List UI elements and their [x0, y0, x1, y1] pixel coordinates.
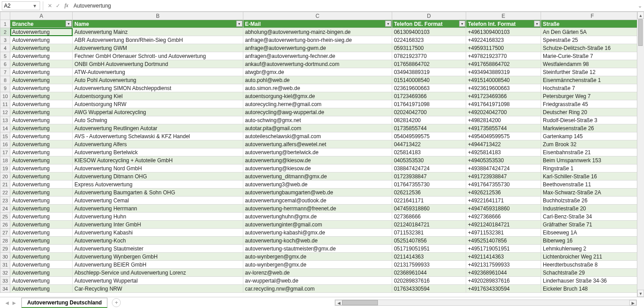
- hscroll-thumb[interactable]: [342, 300, 378, 305]
- cell[interactable]: anfrage@autoverwertung-bonn-rhein-sieg.d…: [243, 36, 392, 44]
- cell[interactable]: KIESOW Autorecycling + Autoteile GmbH: [73, 156, 243, 164]
- row-number[interactable]: 4: [0, 44, 10, 52]
- cell[interactable]: ankauf@autoverwertung-dortmund.com: [243, 60, 392, 68]
- cell[interactable]: Auto Schwing: [73, 116, 243, 124]
- cell[interactable]: Karl-Schiller-Straße 16: [541, 172, 644, 181]
- cell[interactable]: 0211414363: [392, 253, 466, 261]
- cell[interactable]: 0593117500: [392, 44, 466, 52]
- cell[interactable]: Autoverwertung: [10, 245, 73, 253]
- cell[interactable]: 027368666: [392, 213, 466, 221]
- cell[interactable]: +49711532381: [466, 229, 541, 237]
- cell[interactable]: Autoverwertung: [10, 28, 73, 36]
- cell[interactable]: Autoverwertung Baumgarten & Sohn OHG: [73, 189, 243, 197]
- row-number[interactable]: 22: [0, 189, 10, 197]
- cell[interactable]: autorecycling.herne@gmail.com: [243, 100, 392, 108]
- cell[interactable]: Gräfrather Straße 71: [541, 221, 644, 229]
- cell[interactable]: Autoverwertung Stautmeister: [73, 245, 243, 253]
- cell[interactable]: +4927368666: [466, 213, 541, 221]
- cell[interactable]: +4915140008540: [466, 76, 541, 84]
- cell[interactable]: Autoverwertung: [10, 164, 73, 172]
- cell[interactable]: Autoverwertung: [10, 229, 73, 237]
- cell[interactable]: Lehmkuhlenweg 2: [541, 245, 644, 253]
- cell[interactable]: An Den Gärten 5A: [541, 28, 644, 36]
- cell[interactable]: +491723938847: [466, 172, 541, 181]
- cell[interactable]: 0224168323: [392, 36, 466, 44]
- col-header-D[interactable]: D: [392, 12, 466, 20]
- cell[interactable]: Autoentsorgung NRW: [73, 100, 243, 108]
- cell[interactable]: Eickeler Bruch 148: [541, 285, 644, 293]
- cell[interactable]: AWG Wuppertal Autorecycling: [73, 108, 243, 116]
- cell[interactable]: +4926212536: [466, 189, 541, 197]
- cell[interactable]: Autoverwertung: [10, 60, 73, 68]
- cell[interactable]: +4920289837616: [466, 277, 541, 285]
- cell[interactable]: +4917641971098: [466, 100, 541, 108]
- cell[interactable]: +4982814200: [466, 116, 541, 124]
- cell[interactable]: Express Autoverwertung: [73, 181, 243, 189]
- row-number[interactable]: 3: [0, 36, 10, 44]
- cell[interactable]: +4925814183: [466, 148, 541, 156]
- cell[interactable]: Petersburger Weg 7: [541, 92, 644, 100]
- row-number[interactable]: 14: [0, 124, 10, 132]
- table-header-A[interactable]: Branche▼: [10, 20, 73, 28]
- cell[interactable]: Autoverwertung Ditmann OHG: [73, 172, 243, 181]
- cell[interactable]: Rudolf-Diesel-Straße 3: [541, 116, 644, 124]
- vscroll-thumb[interactable]: [638, 19, 643, 46]
- cell[interactable]: +4934943889319: [466, 68, 541, 76]
- cell[interactable]: Auto Pohl Autoverwertung: [73, 76, 243, 84]
- cell[interactable]: 017641971098: [392, 100, 466, 108]
- cell[interactable]: 017658864702: [392, 60, 466, 68]
- cell[interactable]: car.recycling.nrw@gmail.com: [243, 285, 392, 293]
- cell[interactable]: autoverwertung3@web.de: [243, 181, 392, 189]
- row-number[interactable]: 12: [0, 108, 10, 116]
- cell[interactable]: +491723469366: [466, 92, 541, 100]
- table-header-E[interactable]: Telefon Int. Format▼: [466, 20, 541, 28]
- cell[interactable]: autoverwertung-kabashi@gmx.de: [243, 229, 392, 237]
- cell[interactable]: Autoverwertung: [10, 221, 73, 229]
- row-number[interactable]: 9: [0, 84, 10, 92]
- cell[interactable]: Max-Schwarz-Straße 2A: [541, 189, 644, 197]
- cell[interactable]: 025814183: [392, 148, 466, 156]
- row-number[interactable]: 16: [0, 140, 10, 148]
- row-number[interactable]: 26: [0, 221, 10, 229]
- row-number[interactable]: 33: [0, 277, 10, 285]
- cell[interactable]: 038847424724: [392, 164, 466, 172]
- table-header-F[interactable]: Straße▼: [541, 20, 644, 28]
- row-number[interactable]: 27: [0, 229, 10, 237]
- cell[interactable]: +4917647355730: [466, 181, 541, 189]
- cell[interactable]: 017647355730: [392, 181, 466, 189]
- cell[interactable]: Autoverwertung-Koch: [73, 237, 243, 245]
- cell[interactable]: autoverwertung@bertelwick.de: [243, 148, 392, 156]
- select-all-corner[interactable]: [0, 12, 10, 20]
- cell[interactable]: +497821923770: [466, 52, 541, 60]
- cell[interactable]: Autoentsorgung Kiel: [73, 92, 243, 100]
- row-number[interactable]: 2: [0, 28, 10, 36]
- cell[interactable]: 05251407856: [392, 237, 466, 245]
- row-number[interactable]: 20: [0, 172, 10, 181]
- cell[interactable]: Autoverwertung: [10, 156, 73, 164]
- cell[interactable]: ABR Autoverwertung Bonn/Rhein-Sieg GmbH: [73, 36, 243, 44]
- cell[interactable]: autotar.pita@gmail.com: [243, 124, 392, 132]
- cell[interactable]: Autoverwertung Inter GmbH: [73, 221, 243, 229]
- cell[interactable]: +49405353530: [466, 156, 541, 164]
- cell[interactable]: autoverwertung-stautmeister@gmx.de: [243, 245, 392, 253]
- cell[interactable]: Autoverwertung Alfers: [73, 140, 243, 148]
- cell[interactable]: 082814200: [392, 116, 466, 124]
- cell[interactable]: Fechner GmbH Ortenauer Schrott- und Auto…: [73, 52, 243, 60]
- cell[interactable]: 023619600663: [392, 84, 466, 92]
- cell[interactable]: Beim Umspannwerk 153: [541, 156, 644, 164]
- cell[interactable]: Autoverwertung Reutlingen Autotar: [73, 124, 243, 132]
- cell[interactable]: auto-wynbergen@gmx.de: [243, 253, 392, 261]
- filter-dropdown-icon[interactable]: ▼: [534, 21, 540, 27]
- cell[interactable]: +4944713422: [466, 140, 541, 148]
- cell[interactable]: 021240184721: [392, 221, 466, 229]
- cell[interactable]: 020289837616: [392, 277, 466, 285]
- cell[interactable]: +492368961044: [466, 269, 541, 277]
- cell[interactable]: Heerdterbuschstraße 8: [541, 261, 644, 269]
- cell[interactable]: 017634330594: [392, 285, 466, 293]
- cell[interactable]: Linderhauser Straße 34-36: [541, 277, 644, 285]
- cell[interactable]: anfrage@autoverwertung-gwm.de: [243, 44, 392, 52]
- cell[interactable]: abholung@autoverwertung-mainz-bingen.de: [243, 28, 392, 36]
- cell[interactable]: 051719051951: [392, 245, 466, 253]
- cell[interactable]: +492024042700: [466, 108, 541, 116]
- cell[interactable]: 0221641171: [392, 197, 466, 205]
